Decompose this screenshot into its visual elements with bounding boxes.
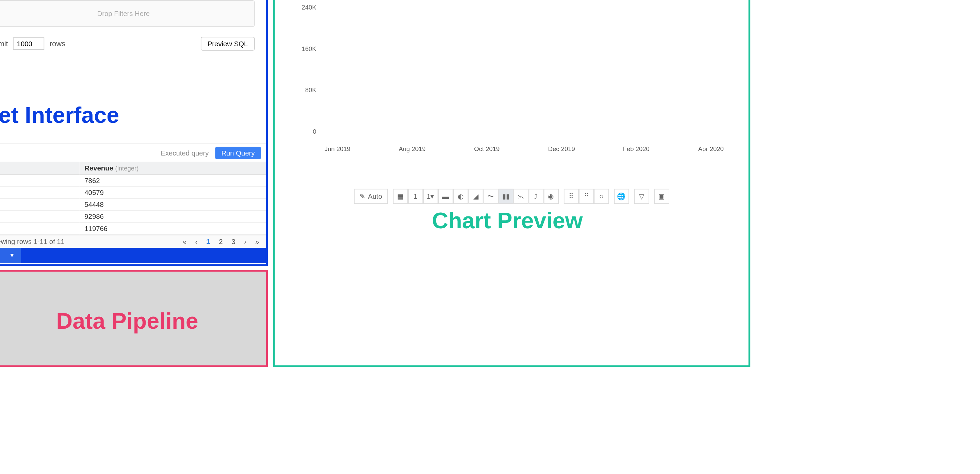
y-axis-tick: 240K xyxy=(291,4,317,11)
data-pipeline-panel: + Merge Datasets Outer Join on first col… xyxy=(0,270,268,367)
chart-type-kpi-icon[interactable]: ▣ xyxy=(654,189,669,204)
chart-type-num1-icon[interactable]: 1 xyxy=(408,189,423,204)
chart-type-line-icon[interactable]: 〜 xyxy=(483,189,498,204)
table-row: 2019-0854448 xyxy=(0,198,266,210)
chart-type-format-icon[interactable]: 1▾ xyxy=(423,189,438,204)
table-row: 2019-10119766 xyxy=(0,223,266,234)
chart-auto-button[interactable]: ✎Auto xyxy=(354,189,388,204)
chart-type-gauge-icon[interactable]: ◉ xyxy=(543,189,558,204)
dataset-interface-panel: SaaS Company Demo Data ▼ Interactive Mod… xyxy=(0,0,268,266)
x-axis-tick: Oct 2019 xyxy=(468,145,506,152)
column-header[interactable]: Month of Payment Date (text) xyxy=(0,162,80,175)
table-row: 2019-067862 xyxy=(0,175,266,186)
chart-type-pie-icon[interactable]: ◐ xyxy=(453,189,468,204)
chart-type-table-icon[interactable]: ▦ xyxy=(393,189,408,204)
chart-type-filter-icon[interactable]: ▽ xyxy=(634,189,649,204)
chart-type-circle-icon[interactable]: ○ xyxy=(594,189,609,204)
chart-type-trend-icon[interactable]: ⤴ xyxy=(528,189,543,204)
results-table: Month of Payment Date (text)Revenue (int… xyxy=(0,162,266,234)
chart-type-hbar-icon[interactable]: ▬ xyxy=(438,189,453,204)
table-cell: 2019-09 xyxy=(0,211,80,223)
table-cell: 7862 xyxy=(80,175,266,186)
x-axis-tick xyxy=(431,145,468,152)
x-axis-tick: Aug 2019 xyxy=(393,145,431,152)
y-axis-tick: 160K xyxy=(291,45,317,52)
chart-type-bar-icon[interactable]: ▮▮ xyxy=(498,189,514,204)
query-builder-form: Measures? ▾Revenue Dimensions? ▾Month of… xyxy=(0,0,266,143)
x-axis-tick: Apr 2020 xyxy=(692,145,730,152)
run-query-button[interactable]: Run Query xyxy=(215,147,261,159)
chart-type-toolbar: ✎Auto▦11▾▬◐◢〜▮▮⩙⤴◉⠿⠛○🌐▽▣ xyxy=(275,189,749,204)
pager-page[interactable]: 2 xyxy=(217,238,224,245)
x-axis-tick xyxy=(655,145,692,152)
table-cell: 2019-10 xyxy=(0,223,80,234)
chart-type-spark-icon[interactable]: ⩙ xyxy=(514,189,528,204)
table-cell: 2019-06 xyxy=(0,175,80,186)
x-axis-tick: Feb 2020 xyxy=(617,145,655,152)
x-axis-tick xyxy=(580,145,617,152)
chart-preview-panel: ✿ Settings CostsRevenue 080K160K240K320K… xyxy=(273,0,750,367)
chart-type-globe-icon[interactable]: 🌐 xyxy=(614,189,629,204)
annotation-chart: Chart Preview xyxy=(432,208,582,234)
pager-prev[interactable]: ‹ xyxy=(193,238,199,245)
pager-summary: Previewing rows 1-11 of 11 xyxy=(0,238,65,245)
table-row: 2019-0992986 xyxy=(0,211,266,223)
pager-next[interactable]: » xyxy=(253,238,261,245)
chart-type-scatter-icon[interactable]: ⠿ xyxy=(564,189,579,204)
chart-type-area-icon[interactable]: ◢ xyxy=(468,189,483,204)
table-cell: 40579 xyxy=(80,186,266,198)
x-axis-tick xyxy=(506,145,543,152)
executed-status: Executed query xyxy=(161,150,208,157)
x-axis-tick: Jun 2019 xyxy=(319,145,356,152)
x-axis-tick xyxy=(356,145,394,152)
wand-icon: ✎ xyxy=(360,192,366,200)
table-cell: 119766 xyxy=(80,223,266,234)
output-panel: Hide Output Executed query Run Query Mon… xyxy=(0,143,266,248)
y-axis-tick: 80K xyxy=(291,87,317,94)
limit-input[interactable] xyxy=(13,37,45,50)
filters-dropzone[interactable]: Drop Filters Here xyxy=(0,0,255,27)
rows-label: rows xyxy=(50,39,66,48)
y-axis-tick: 0 xyxy=(291,128,317,135)
pager-prev[interactable]: « xyxy=(181,238,188,245)
table-cell: 92986 xyxy=(80,211,266,223)
pager-page[interactable]: 1 xyxy=(205,238,212,245)
x-axis-tick: Dec 2019 xyxy=(543,145,580,152)
table-row: 2019-0740579 xyxy=(0,186,266,198)
table-cell: 2019-08 xyxy=(0,198,80,210)
chart-plot-area: 080K160K240K320K Jun 2019Aug 2019Oct 201… xyxy=(281,0,742,157)
chart-type-bubble-icon[interactable]: ⠛ xyxy=(579,189,594,204)
pager-page[interactable]: 3 xyxy=(230,238,237,245)
dataset-tab[interactable]: Dataset 2▼ xyxy=(0,248,21,263)
preview-sql-button[interactable]: Preview SQL xyxy=(200,37,255,51)
table-cell: 2019-07 xyxy=(0,186,80,198)
column-header[interactable]: Revenue (integer) xyxy=(80,162,266,175)
table-cell: 54448 xyxy=(80,198,266,210)
limit-label: Limit xyxy=(0,39,8,48)
pager-next[interactable]: › xyxy=(242,238,248,245)
